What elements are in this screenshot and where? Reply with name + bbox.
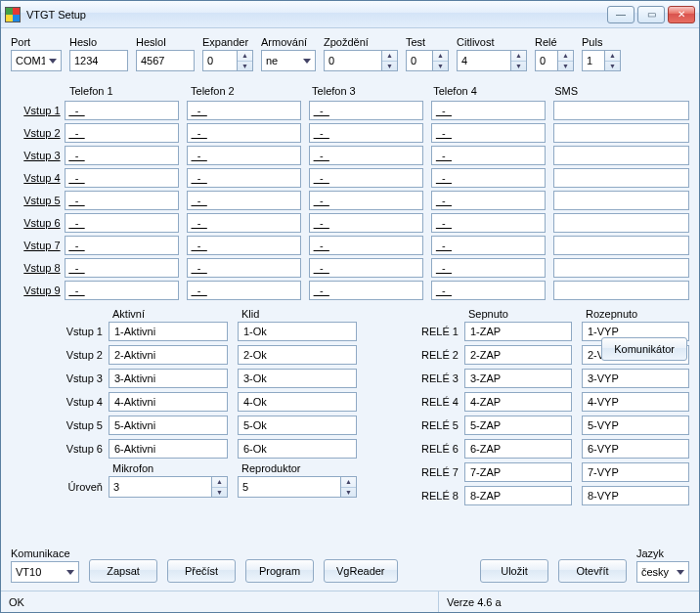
telefon-cell[interactable]: _-_: [187, 236, 301, 255]
jazyk-select[interactable]: [636, 561, 689, 583]
vgreader-button[interactable]: VgReader: [324, 559, 398, 583]
telefon-cell[interactable]: _-_: [309, 101, 423, 120]
klid-cell[interactable]: 4-Ok: [238, 392, 357, 412]
klid-cell[interactable]: 1-Ok: [238, 322, 357, 341]
sms-cell[interactable]: [553, 191, 689, 210]
telefon-cell[interactable]: _-_: [65, 258, 179, 278]
telefon-cell[interactable]: _-_: [187, 213, 301, 233]
sms-cell[interactable]: [553, 146, 689, 165]
telefon-cell[interactable]: _-_: [187, 123, 301, 143]
klid-cell[interactable]: 2-Ok: [238, 345, 357, 365]
sms-cell[interactable]: [553, 101, 689, 120]
rozepnuto-cell[interactable]: 6-VYP: [582, 439, 689, 459]
telefon-cell[interactable]: _-_: [431, 236, 546, 255]
aktivni-cell[interactable]: 3-Aktivni: [109, 369, 228, 388]
mikrofon-spin[interactable]: ▲▼: [212, 476, 228, 498]
telefon-cell[interactable]: _-_: [431, 213, 546, 233]
rozepnuto-cell[interactable]: 8-VYP: [582, 486, 689, 505]
klid-cell[interactable]: 5-Ok: [238, 416, 357, 435]
telefon-cell[interactable]: _-_: [187, 191, 301, 210]
rele-spin[interactable]: ▲▼: [558, 50, 574, 71]
telefon-cell[interactable]: _-_: [309, 191, 423, 210]
telefon-cell[interactable]: _-_: [431, 168, 546, 188]
aktivni-cell[interactable]: 4-Aktivni: [109, 392, 228, 412]
zapsat-button[interactable]: Zapsat: [89, 559, 157, 583]
maximize-button[interactable]: ▭: [637, 6, 665, 23]
sms-cell[interactable]: [553, 236, 689, 255]
klid-cell[interactable]: 6-Ok: [238, 439, 357, 459]
telefon-cell[interactable]: _-_: [187, 168, 301, 188]
telefon-cell[interactable]: _-_: [187, 281, 301, 300]
rele-input[interactable]: [535, 50, 558, 71]
sepnuto-cell[interactable]: 8-ZAP: [464, 486, 572, 505]
zpozdeni-input[interactable]: [324, 50, 382, 71]
rozepnuto-cell[interactable]: 3-VYP: [582, 369, 689, 388]
telefon-cell[interactable]: _-_: [431, 101, 546, 120]
telefon-cell[interactable]: _-_: [431, 123, 546, 143]
ulozit-button[interactable]: Uložit: [480, 559, 548, 583]
telefon-cell[interactable]: _-_: [431, 146, 546, 165]
sms-cell[interactable]: [553, 213, 689, 233]
mikrofon-input[interactable]: [109, 476, 212, 498]
expander-spin[interactable]: ▲▼: [238, 50, 253, 71]
telefon-cell[interactable]: _-_: [309, 213, 423, 233]
telefon-cell[interactable]: _-_: [187, 258, 301, 278]
rozepnuto-cell[interactable]: 7-VYP: [582, 462, 689, 482]
program-button[interactable]: Program: [245, 559, 314, 583]
telefon-cell[interactable]: _-_: [65, 281, 179, 300]
sms-cell[interactable]: [553, 123, 689, 143]
sepnuto-cell[interactable]: 2-ZAP: [464, 345, 572, 365]
minimize-button[interactable]: —: [607, 6, 634, 23]
citlivost-spin[interactable]: ▲▼: [511, 50, 527, 71]
test-input[interactable]: [406, 50, 433, 71]
rozepnuto-cell[interactable]: 5-VYP: [582, 416, 689, 435]
puls-input[interactable]: [582, 50, 605, 71]
telefon-cell[interactable]: _-_: [65, 146, 179, 165]
telefon-cell[interactable]: _-_: [187, 146, 301, 165]
aktivni-cell[interactable]: 5-Aktivni: [109, 416, 228, 435]
aktivni-cell[interactable]: 6-Aktivni: [109, 439, 228, 459]
telefon-cell[interactable]: _-_: [431, 281, 546, 300]
aktivni-cell[interactable]: 2-Aktivni: [109, 345, 228, 365]
zpozdeni-spin[interactable]: ▲▼: [382, 50, 398, 71]
sms-cell[interactable]: [553, 258, 689, 278]
telefon-cell[interactable]: _-_: [431, 258, 546, 278]
sepnuto-cell[interactable]: 6-ZAP: [464, 439, 572, 459]
sms-cell[interactable]: [553, 168, 689, 188]
komunikace-select[interactable]: [11, 561, 79, 583]
rozepnuto-cell[interactable]: 4-VYP: [582, 392, 689, 412]
telefon-cell[interactable]: _-_: [65, 236, 179, 255]
telefon-cell[interactable]: _-_: [187, 101, 301, 120]
telefon-cell[interactable]: _-_: [309, 236, 423, 255]
close-button[interactable]: ✕: [668, 6, 695, 23]
telefon-cell[interactable]: _-_: [65, 168, 179, 188]
komunikator-button[interactable]: Komunikátor: [601, 337, 687, 361]
precist-button[interactable]: Přečíst: [167, 559, 236, 583]
telefon-cell[interactable]: _-_: [431, 191, 546, 210]
sms-cell[interactable]: [553, 281, 689, 300]
telefon-cell[interactable]: _-_: [65, 123, 179, 143]
sepnuto-cell[interactable]: 5-ZAP: [464, 416, 572, 435]
sepnuto-cell[interactable]: 1-ZAP: [464, 322, 572, 341]
sepnuto-cell[interactable]: 7-ZAP: [464, 462, 572, 482]
heslo-input[interactable]: [69, 50, 128, 71]
telefon-cell[interactable]: _-_: [309, 258, 423, 278]
telefon-cell[interactable]: _-_: [309, 123, 423, 143]
reproduktor-input[interactable]: [238, 476, 341, 498]
telefon-cell[interactable]: _-_: [65, 213, 179, 233]
telefon-cell[interactable]: _-_: [309, 146, 423, 165]
klid-cell[interactable]: 3-Ok: [238, 369, 357, 388]
telefon-cell[interactable]: _-_: [65, 191, 179, 210]
sepnuto-cell[interactable]: 3-ZAP: [464, 369, 572, 388]
citlivost-input[interactable]: [457, 50, 511, 71]
telefon-cell[interactable]: _-_: [65, 101, 179, 120]
armovani-select[interactable]: [261, 50, 316, 71]
port-select[interactable]: [11, 50, 62, 71]
telefon-cell[interactable]: _-_: [309, 168, 423, 188]
otevrit-button[interactable]: Otevřít: [558, 559, 627, 583]
sepnuto-cell[interactable]: 4-ZAP: [464, 392, 572, 412]
expander-input[interactable]: [202, 50, 238, 71]
hesloi-input[interactable]: [136, 50, 195, 71]
reproduktor-spin[interactable]: ▲▼: [341, 476, 357, 498]
test-spin[interactable]: ▲▼: [433, 50, 449, 71]
